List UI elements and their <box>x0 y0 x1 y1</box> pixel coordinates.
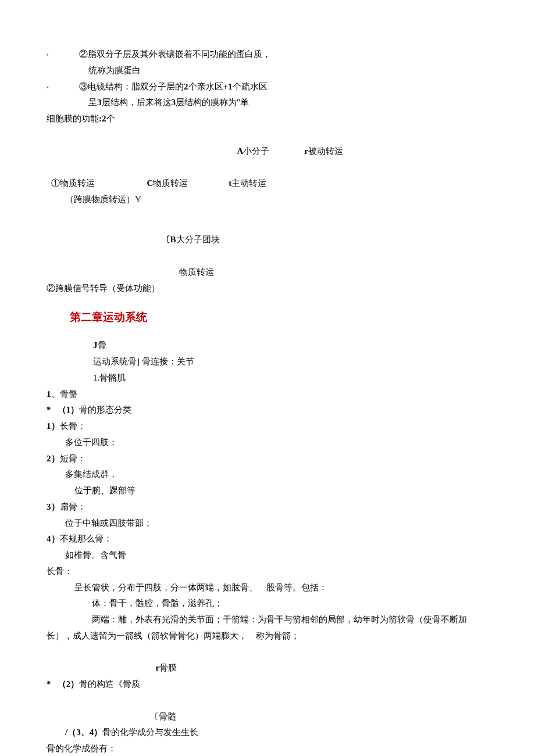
text-flat-bone-desc: 位于中轴或四肢带部； <box>47 515 488 532</box>
row-small-molecule: A小分子r被动转运 <box>47 127 488 160</box>
text-three-layer: 呈3层结构，后来将这3层结构的膜称为"单 <box>79 95 249 111</box>
heading-membrane-function: 细胞膜的功能:2个 <box>47 111 488 127</box>
row-bone-structure: * （2）骨的构造《骨质 <box>47 676 488 693</box>
row-short-bone: 2）短骨： <box>47 451 488 467</box>
row-flat-bone: 3）扁骨： <box>47 499 488 515</box>
row-irregular-bone: 4）不规那么骨： <box>47 531 488 547</box>
heading-long-bone-detail: 长骨： <box>47 564 488 580</box>
row-bone-marrow: 〔骨髓 <box>47 693 488 725</box>
heading-bone-chemistry: 骨的化学成份有： <box>47 741 488 756</box>
row-macro-transport: 物质转运 <box>47 248 488 281</box>
text-lipid-bilayer: ②脂双分子层及其外表镶嵌着不同功能的蛋白质， <box>79 46 271 63</box>
text-short-bone-desc1: 多集结成群， <box>47 467 488 483</box>
text-longbone-line3: 两端：雕，外表有光滑的关节面；干箭端：为骨干与箭相邻的局部，幼年时为箭软骨（使骨… <box>47 612 488 644</box>
row-periosteum: r骨膜 <box>47 644 488 677</box>
row-long-bone: 1）长骨： <box>47 418 488 435</box>
text-long-bone-desc: 多位于四肢； <box>47 435 488 451</box>
row-transport: ①物质转运C物质转运t主动转运 <box>47 159 488 192</box>
text-longbone-line1: 呈长管状，分布于四肢，分一体两端，如肱骨、 股骨等。包括： <box>47 580 488 596</box>
text-membrane-protein: 统称为膜蛋白 <box>79 63 141 79</box>
text-longbone-line2: 体：骨干，髓腔，骨髓，滋养孔； <box>47 596 488 612</box>
row-macromolecule: 〔B大分子团块 <box>47 216 488 249</box>
text-irregular-bone-desc: 如椎骨。含气骨 <box>47 547 488 564</box>
bullet-icon: • <box>47 46 79 63</box>
heading-chapter-2: 第二章运动系统 <box>47 307 488 327</box>
row-j-bone: J骨 <box>47 338 488 354</box>
row-skeletal-muscle: 1.骨骼肌 <box>47 370 488 386</box>
text-signal-transduction: ②跨膜信号转导（受体功能） <box>47 281 488 297</box>
row-bone-chem: /（3、4）骨的化学成分与发生生长 <box>47 725 488 741</box>
bullet-icon: • <box>47 79 79 95</box>
text-transmembrane: （跨膜物质转运）Y <box>47 192 488 208</box>
row-motion-system: 运动系统骨] 骨连接：关节 <box>47 354 488 370</box>
text-short-bone-desc2: 位于腕、踝部等 <box>47 483 488 499</box>
heading-skeleton: 1、骨骼 <box>47 386 488 403</box>
row-bone-morphology: * （1）骨的形态分类 <box>47 402 488 418</box>
text-em-structure: ③电镜结构：脂双分子层的2个亲水区+1个疏水区 <box>79 79 268 95</box>
